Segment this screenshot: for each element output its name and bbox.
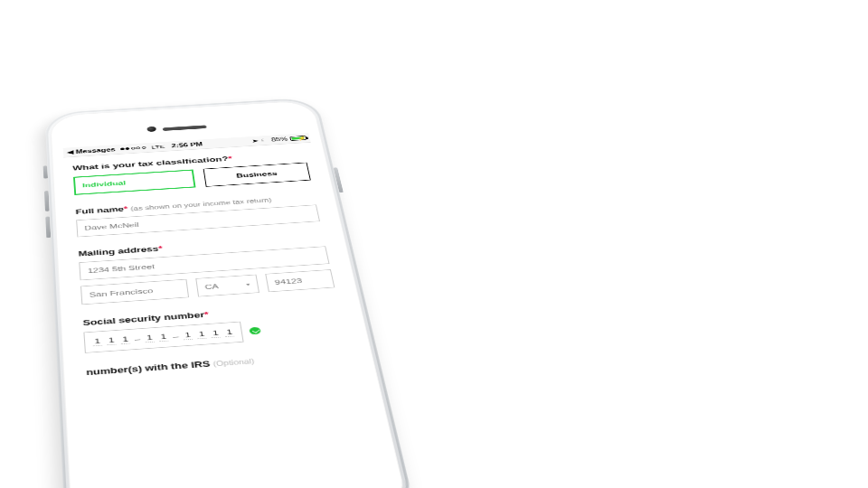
location-icon: ➤ <box>251 138 259 144</box>
ssn-valid-icon <box>250 327 262 335</box>
classification-individual[interactable]: Individual <box>73 169 196 194</box>
phone-mockup: ◀ Messages LTE 2:56 PM ➤ 🗧 85% ⚡ <box>44 98 416 488</box>
ssn-input[interactable]: 1 1 1 – 1 1 – 1 1 1 1 <box>83 322 244 353</box>
bluetooth-icon: 🗧 <box>260 137 269 143</box>
zip-input[interactable] <box>265 269 335 292</box>
chevron-down-icon: ▾ <box>246 281 250 286</box>
tax-form: What is your tax classification?* Indivi… <box>63 143 360 378</box>
irs-numbers-label: number(s) with the IRS (Optional) <box>86 350 351 377</box>
classification-business[interactable]: Business <box>203 163 311 187</box>
clock: 2:56 PM <box>171 142 203 149</box>
ear-speaker <box>163 125 207 131</box>
battery-percentage: 85% <box>270 136 288 143</box>
back-chevron-icon[interactable]: ◀ <box>66 148 73 155</box>
charging-icon: ⚡ <box>297 136 307 141</box>
front-camera <box>146 127 156 132</box>
state-select[interactable]: CA▾ <box>195 275 259 297</box>
network-label: LTE <box>151 144 165 149</box>
signal-dots-icon <box>120 146 146 150</box>
ssn-label: Social security number* <box>82 302 339 328</box>
back-to-app-label[interactable]: Messages <box>76 146 116 155</box>
